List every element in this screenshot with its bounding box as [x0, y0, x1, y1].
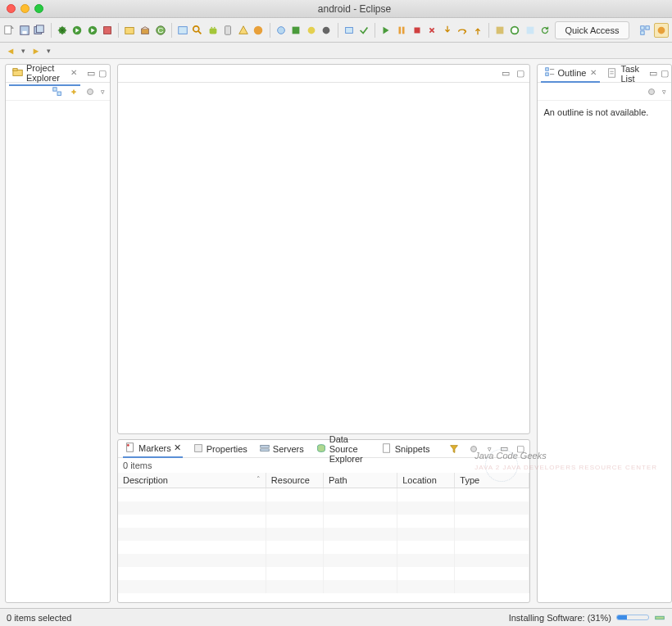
collapse-all-button[interactable] [52, 86, 63, 98]
close-icon[interactable]: ✕ [174, 442, 181, 453]
zoom-window-button[interactable] [34, 4, 43, 13]
filter-button[interactable] [448, 443, 460, 455]
table-row[interactable] [118, 580, 529, 593]
snippets-tab[interactable]: Snippets [379, 441, 432, 457]
maximize-view-button[interactable]: ▢ [98, 68, 107, 79]
open-perspective-button[interactable] [638, 23, 652, 38]
terminate-button[interactable] [411, 23, 423, 38]
lint-button[interactable] [238, 23, 250, 38]
editor-body[interactable] [118, 83, 529, 433]
save-button[interactable] [19, 23, 31, 38]
bottom-view-menu[interactable]: ▿ [488, 445, 492, 453]
outline-minimize-button[interactable]: ▭ [649, 68, 657, 79]
workspace: Project Explorer ✕ ▭ ▢ ▿ ▭ ▢ [0, 59, 672, 608]
android-sdk-button[interactable] [207, 23, 220, 38]
suspend-button[interactable] [396, 23, 408, 38]
open-type-button[interactable] [177, 23, 189, 38]
editor-minimize-button[interactable]: ▭ [500, 68, 511, 79]
col-path[interactable]: Path [323, 473, 397, 488]
project-explorer-tab[interactable]: Project Explorer ✕ [9, 61, 80, 86]
disconnect-button[interactable] [426, 23, 438, 38]
bottom-maximize-button[interactable]: ▢ [516, 443, 524, 455]
minimize-view-button[interactable]: ▭ [87, 68, 95, 79]
search-button[interactable] [192, 23, 204, 38]
table-row[interactable] [118, 528, 529, 541]
markers-config-button[interactable] [468, 443, 479, 455]
run-last-button[interactable] [86, 23, 98, 38]
toolbar-button-e[interactable] [343, 23, 355, 38]
step-into-button[interactable] [441, 23, 453, 38]
new-package-button[interactable] [139, 23, 152, 38]
project-explorer-toolbar: ▿ [6, 83, 110, 101]
debug-button[interactable] [56, 23, 68, 38]
outline-maximize-button[interactable]: ▢ [661, 68, 669, 79]
properties-tab[interactable]: Properties [191, 441, 249, 457]
editor-maximize-button[interactable]: ▢ [515, 68, 526, 79]
close-icon[interactable]: ✕ [70, 68, 77, 77]
svg-rect-52 [656, 616, 665, 619]
markers-label: Markers [138, 443, 171, 453]
toolbar-button-f[interactable] [358, 23, 370, 38]
markers-table[interactable]: Description˄ Resource Path Location Type [118, 473, 529, 593]
close-window-button[interactable] [7, 4, 16, 13]
toolbar-button-c[interactable] [306, 23, 318, 38]
project-explorer-view: Project Explorer ✕ ▭ ▢ ▿ [5, 64, 111, 603]
toolbar-button-h[interactable] [509, 23, 521, 38]
task-list-tab[interactable]: Task List [603, 62, 642, 85]
table-row[interactable] [118, 501, 529, 515]
project-explorer-body[interactable] [6, 101, 110, 602]
svg-rect-4 [37, 25, 44, 32]
minimize-window-button[interactable] [20, 4, 30, 13]
svg-point-22 [307, 26, 315, 34]
col-location[interactable]: Location [397, 473, 455, 488]
back-button[interactable]: ◄ [5, 45, 16, 57]
window-titlebar: android - Eclipse [0, 0, 672, 18]
quick-access-field[interactable]: Quick Access [555, 21, 629, 39]
svg-rect-48 [545, 67, 548, 70]
avd-manager-button[interactable] [222, 23, 234, 38]
new-class-button[interactable]: C [154, 23, 166, 38]
forward-dropdown[interactable]: ▾ [47, 47, 51, 55]
toolbar-button-a[interactable] [275, 23, 288, 38]
markers-tab[interactable]: Markers ✕ [123, 440, 183, 458]
save-all-button[interactable] [34, 23, 46, 38]
focus-outline-button[interactable] [646, 86, 657, 98]
link-editor-button[interactable] [68, 86, 79, 98]
view-menu-button[interactable]: ▿ [101, 88, 105, 96]
toolbar-button-b[interactable] [290, 23, 302, 38]
svg-point-34 [658, 26, 665, 34]
new-java-project-button[interactable] [124, 23, 136, 38]
servers-tab[interactable]: Servers [257, 441, 306, 457]
refresh-button[interactable] [539, 23, 552, 38]
java-ee-perspective-button[interactable] [654, 23, 669, 38]
run-button[interactable] [71, 23, 84, 38]
editor-header: ▭ ▢ [118, 65, 529, 83]
focus-task-button[interactable] [84, 86, 96, 98]
forward-button[interactable]: ► [30, 45, 42, 57]
new-button[interactable] [3, 23, 16, 38]
outline-tab[interactable]: Outline ✕ [541, 65, 601, 83]
back-dropdown[interactable]: ▾ [21, 47, 25, 55]
external-tools-button[interactable] [102, 23, 114, 38]
toolbar-button-i[interactable] [524, 23, 537, 38]
step-over-button[interactable] [456, 23, 469, 38]
table-row[interactable] [118, 541, 529, 554]
progress-details-button[interactable] [654, 612, 665, 624]
editor-area: ▭ ▢ [117, 64, 530, 434]
outline-menu-button[interactable]: ▿ [662, 88, 666, 96]
new-android-button[interactable] [252, 23, 265, 38]
svg-rect-50 [609, 68, 615, 77]
toolbar-button-d[interactable] [320, 23, 333, 38]
resume-button[interactable] [380, 23, 393, 38]
table-row[interactable] [118, 488, 529, 501]
table-row[interactable] [118, 554, 529, 567]
close-icon[interactable]: ✕ [590, 68, 597, 77]
col-resource[interactable]: Resource [266, 473, 323, 488]
table-row[interactable] [118, 515, 529, 528]
col-description[interactable]: Description˄ [118, 473, 266, 488]
svg-rect-26 [402, 26, 405, 34]
progress-bar[interactable] [616, 615, 649, 620]
toolbar-button-g[interactable] [494, 23, 506, 38]
step-return-button[interactable] [471, 23, 484, 38]
table-row[interactable] [118, 567, 529, 580]
